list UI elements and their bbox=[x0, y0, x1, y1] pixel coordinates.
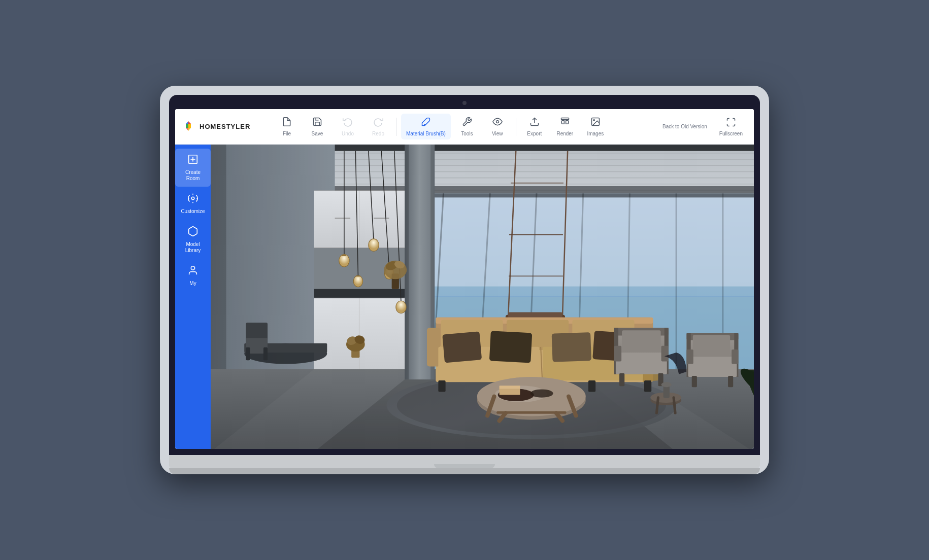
svg-rect-130 bbox=[616, 353, 667, 374]
sidebar-item-my[interactable]: My bbox=[175, 260, 211, 292]
svg-point-74 bbox=[353, 275, 362, 287]
svg-marker-4 bbox=[186, 121, 188, 124]
svg-point-11 bbox=[593, 120, 595, 121]
laptop-frame: HOMESTYLER File bbox=[160, 86, 769, 474]
svg-rect-144 bbox=[692, 376, 697, 387]
svg-point-123 bbox=[530, 389, 553, 397]
export-icon bbox=[529, 117, 540, 129]
toolbar: HOMESTYLER File bbox=[175, 109, 754, 145]
export-tool[interactable]: Export bbox=[520, 114, 549, 139]
svg-rect-145 bbox=[728, 376, 733, 387]
redo-tool[interactable]: Redo bbox=[364, 114, 392, 139]
svg-rect-134 bbox=[619, 373, 624, 386]
toolbar-tools: File Save bbox=[273, 114, 657, 139]
svg-marker-1 bbox=[188, 121, 191, 124]
export-label: Export bbox=[527, 131, 542, 136]
sidebar: Create Room Customize bbox=[175, 145, 211, 449]
create-room-label: Create Room bbox=[179, 169, 207, 182]
fullscreen-icon bbox=[726, 117, 736, 129]
svg-rect-125 bbox=[500, 386, 520, 389]
file-tool[interactable]: File bbox=[273, 114, 301, 139]
fullscreen-button[interactable]: Fullscreen bbox=[714, 114, 748, 139]
svg-rect-143 bbox=[732, 349, 738, 364]
sidebar-item-model-library[interactable]: Model Library bbox=[175, 221, 211, 259]
svg-rect-106 bbox=[438, 380, 445, 392]
undo-label: Undo bbox=[342, 131, 354, 136]
svg-line-148 bbox=[656, 398, 658, 413]
customize-icon bbox=[187, 193, 198, 206]
svg-point-16 bbox=[191, 266, 194, 270]
toolbar-divider-1 bbox=[396, 118, 397, 136]
svg-rect-108 bbox=[588, 380, 595, 392]
svg-rect-43 bbox=[407, 193, 754, 197]
svg-line-149 bbox=[674, 398, 675, 413]
svg-rect-110 bbox=[442, 331, 482, 363]
tools-tool[interactable]: Tools bbox=[453, 114, 481, 139]
sidebar-item-customize[interactable]: Customize bbox=[175, 188, 211, 220]
view-tool[interactable]: View bbox=[483, 114, 512, 139]
redo-label: Redo bbox=[372, 131, 384, 136]
svg-point-71 bbox=[339, 254, 349, 266]
images-label: Images bbox=[587, 131, 604, 136]
back-to-old-version-button[interactable]: Back to Old Version bbox=[657, 120, 712, 133]
file-icon bbox=[282, 117, 292, 129]
canvas-area[interactable] bbox=[211, 145, 754, 449]
svg-point-81 bbox=[396, 301, 406, 313]
material-brush-icon bbox=[421, 117, 431, 129]
model-library-label: Model Library bbox=[179, 241, 207, 254]
save-icon bbox=[312, 117, 322, 129]
svg-rect-133 bbox=[661, 346, 669, 362]
svg-rect-142 bbox=[687, 349, 693, 364]
svg-rect-56 bbox=[316, 192, 358, 246]
laptop-base bbox=[169, 455, 760, 468]
create-room-icon bbox=[187, 154, 198, 167]
render-tool[interactable]: Render bbox=[551, 114, 579, 139]
svg-rect-63 bbox=[314, 297, 405, 298]
toolbar-divider-2 bbox=[516, 118, 516, 136]
homestyler-logo-icon bbox=[181, 120, 195, 134]
svg-rect-141 bbox=[693, 335, 730, 355]
svg-rect-132 bbox=[614, 346, 621, 362]
svg-point-8 bbox=[496, 121, 499, 123]
camera-dot bbox=[462, 101, 467, 105]
file-label: File bbox=[283, 131, 291, 136]
svg-rect-69 bbox=[263, 347, 268, 360]
material-brush-tool[interactable]: Material Brush(B) bbox=[401, 114, 451, 139]
logo-text: HOMESTYLER bbox=[200, 123, 250, 130]
images-icon bbox=[590, 117, 601, 129]
toolbar-right: Back to Old Version Fullscreen bbox=[657, 114, 748, 139]
room-scene bbox=[211, 145, 754, 449]
svg-rect-131 bbox=[622, 330, 660, 351]
redo-icon bbox=[373, 117, 383, 129]
svg-marker-6 bbox=[188, 128, 191, 131]
svg-marker-3 bbox=[186, 124, 188, 128]
view-icon bbox=[492, 117, 503, 129]
save-tool[interactable]: Save bbox=[303, 114, 331, 139]
svg-rect-109 bbox=[644, 380, 651, 392]
tools-label: Tools bbox=[461, 131, 473, 136]
screen-bezel: HOMESTYLER File bbox=[169, 95, 760, 455]
svg-point-15 bbox=[191, 197, 194, 200]
undo-tool[interactable]: Undo bbox=[334, 114, 362, 139]
svg-rect-60 bbox=[314, 289, 405, 297]
svg-rect-124 bbox=[500, 388, 520, 395]
logo-area: HOMESTYLER bbox=[181, 120, 273, 134]
my-icon bbox=[187, 265, 198, 278]
sidebar-item-create-room[interactable]: Create Room bbox=[175, 149, 211, 187]
my-label: My bbox=[189, 281, 196, 287]
main-area: Create Room Customize bbox=[175, 145, 754, 449]
render-icon bbox=[560, 117, 570, 129]
svg-rect-50 bbox=[405, 145, 409, 379]
screen-area: HOMESTYLER File bbox=[175, 109, 754, 449]
laptop-bottom bbox=[169, 468, 760, 474]
undo-icon bbox=[343, 117, 353, 129]
images-tool[interactable]: Images bbox=[581, 114, 610, 139]
svg-rect-111 bbox=[489, 331, 533, 363]
material-brush-label: Material Brush(B) bbox=[406, 131, 446, 136]
svg-marker-2 bbox=[188, 124, 191, 128]
model-library-icon bbox=[187, 226, 198, 239]
svg-point-77 bbox=[369, 239, 379, 251]
fullscreen-label: Fullscreen bbox=[719, 131, 743, 136]
render-label: Render bbox=[556, 131, 573, 136]
svg-marker-5 bbox=[186, 128, 188, 131]
